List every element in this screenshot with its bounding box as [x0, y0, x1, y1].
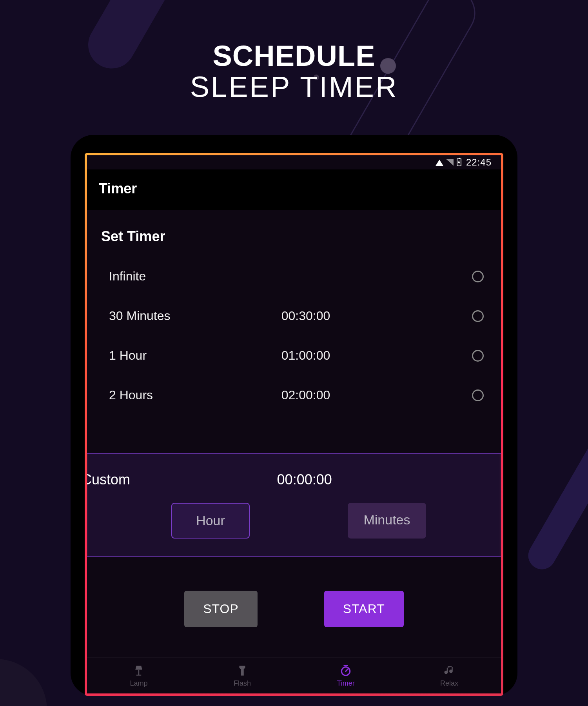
option-label: Infinite	[109, 269, 281, 284]
option-label: 1 Hour	[109, 348, 281, 363]
timer-option-30min[interactable]: 30 Minutes 00:30:00	[87, 296, 501, 336]
nav-label: Lamp	[130, 679, 147, 688]
option-value: 01:00:00	[281, 348, 431, 363]
battery-charging-icon	[457, 158, 461, 166]
option-value: 00:30:00	[281, 309, 431, 323]
radio-unchecked-icon	[472, 350, 484, 362]
signal-icon	[446, 159, 454, 166]
timer-option-infinite[interactable]: Infinite	[87, 257, 501, 296]
nav-label: Timer	[337, 679, 354, 688]
lamp-icon	[132, 664, 146, 678]
promo-heading-line2: SLEEP TIMER	[0, 70, 588, 104]
promo-heading: SCHEDULE SLEEP TIMER	[0, 0, 588, 104]
timer-icon	[339, 664, 353, 678]
flashlight-icon	[235, 664, 249, 678]
app-screen: 22:45 Timer Set Timer Infinite 30 Minute…	[87, 155, 501, 693]
promo-heading-line1: SCHEDULE	[0, 39, 588, 73]
radio-unchecked-icon	[472, 389, 484, 401]
music-icon	[442, 664, 456, 678]
custom-label: Custom	[87, 471, 277, 488]
timer-option-2hours[interactable]: 2 Hours 02:00:00	[87, 375, 501, 415]
option-value: 02:00:00	[281, 388, 431, 402]
option-label: 2 Hours	[109, 388, 281, 402]
hour-button[interactable]: Hour	[171, 503, 250, 539]
timer-option-custom[interactable]: Custom 00:00:00 Hour Minutes	[87, 453, 501, 557]
radio-unchecked-icon	[472, 271, 484, 282]
timer-option-1hour[interactable]: 1 Hour 01:00:00	[87, 336, 501, 375]
nav-relax[interactable]: Relax	[397, 658, 501, 693]
nav-flash[interactable]: Flash	[191, 658, 294, 693]
tablet-bezel: 22:45 Timer Set Timer Infinite 30 Minute…	[71, 135, 517, 696]
section-title: Set Timer	[87, 210, 501, 257]
option-label: 30 Minutes	[109, 309, 281, 323]
nav-timer[interactable]: Timer	[294, 658, 397, 693]
custom-value: 00:00:00	[277, 471, 451, 488]
status-bar: 22:45	[87, 155, 501, 169]
page-title: Timer	[87, 169, 501, 210]
device-frame: 22:45 Timer Set Timer Infinite 30 Minute…	[71, 135, 517, 696]
screen-border: 22:45 Timer Set Timer Infinite 30 Minute…	[85, 153, 503, 696]
minutes-button[interactable]: Minutes	[348, 503, 426, 539]
stop-button[interactable]: STOP	[184, 591, 258, 627]
nav-label: Relax	[440, 679, 458, 688]
status-time: 22:45	[466, 157, 492, 168]
wifi-icon	[436, 160, 443, 166]
bottom-nav: Lamp Flash Timer	[87, 657, 501, 693]
radio-unchecked-icon	[472, 310, 484, 322]
start-button[interactable]: START	[324, 591, 404, 627]
nav-label: Flash	[234, 679, 251, 688]
nav-lamp[interactable]: Lamp	[87, 658, 191, 693]
